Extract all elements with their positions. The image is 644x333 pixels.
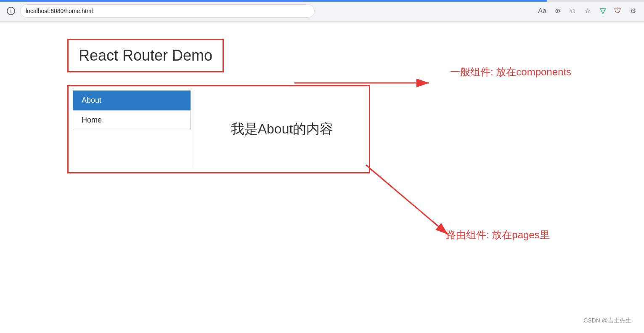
zoom-icon[interactable]: ⊕ <box>553 7 562 15</box>
footer: CSDN @吉士先生 <box>583 317 631 325</box>
browser-icons: Aa ⊕ ⧉ ☆ ▽ 🛡 ⚙ <box>538 7 637 15</box>
address-bar[interactable]: localhost:8080/home.html <box>20 4 315 18</box>
general-component-annotation: 一般组件: 放在components <box>450 65 571 79</box>
app-title: React Router Demo <box>79 47 212 64</box>
nav-item-home[interactable]: Home <box>73 110 191 130</box>
nav-item-about[interactable]: About <box>73 91 191 110</box>
info-icon: i <box>7 7 15 15</box>
footer-text: CSDN @吉士先生 <box>583 317 631 324</box>
vue-icon[interactable]: ▽ <box>599 7 607 15</box>
content-area: React Router Demo 一般组件: 放在components Abo… <box>0 22 644 333</box>
shield-icon[interactable]: 🛡 <box>614 7 622 15</box>
nav-sidebar: About Home <box>69 86 195 172</box>
nav-item-about-label: About <box>82 96 101 104</box>
reader-mode-icon[interactable]: ⧉ <box>568 7 577 15</box>
url-text: localhost:8080/home.html <box>26 8 93 14</box>
about-content-text: 我是About的内容 <box>231 120 334 139</box>
browser-bar: i localhost:8080/home.html Aa ⊕ ⧉ ☆ ▽ 🛡 … <box>0 0 644 22</box>
extensions-icon[interactable]: ⚙ <box>629 7 637 15</box>
app-title-box: React Router Demo <box>67 39 224 72</box>
router-arrow-container <box>366 165 458 242</box>
router-component-annotation: 路由组件: 放在pages里 <box>446 228 550 242</box>
route-content-area: 我是About的内容 <box>195 86 369 172</box>
router-component-text: 路由组件: 放在pages里 <box>446 229 550 240</box>
router-arrow-svg <box>366 165 458 241</box>
svg-line-3 <box>366 165 448 234</box>
bookmark-icon[interactable]: ☆ <box>583 7 592 15</box>
router-demo-box: About Home 我是About的内容 <box>67 85 370 173</box>
nav-item-home-label: Home <box>82 116 102 124</box>
font-size-icon[interactable]: Aa <box>538 7 546 15</box>
general-component-text: 一般组件: 放在components <box>450 66 571 77</box>
